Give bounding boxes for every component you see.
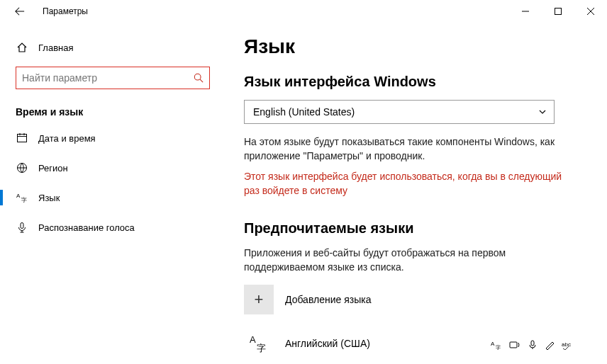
plus-icon: + xyxy=(244,285,274,314)
sidebar-item-label: Язык xyxy=(38,193,60,203)
display-language-description: На этом языке будут показываться такие к… xyxy=(244,135,570,163)
preferred-languages-description: Приложения и веб-сайты будут отображатьс… xyxy=(244,246,570,274)
svg-rect-12 xyxy=(531,341,534,346)
calendar-clock-icon xyxy=(16,132,28,144)
svg-text:字: 字 xyxy=(21,197,27,203)
close-button[interactable] xyxy=(574,0,607,23)
svg-text:A: A xyxy=(16,193,21,199)
sidebar-item-label: Дата и время xyxy=(38,133,96,144)
svg-text:A: A xyxy=(250,334,256,345)
add-language-label: Добавление языка xyxy=(285,294,372,305)
content-area: Язык Язык интерфейса Windows English (Un… xyxy=(227,23,607,364)
svg-text:abc: abc xyxy=(562,341,571,348)
arrow-left-icon xyxy=(15,6,25,16)
sidebar-item-language[interactable]: A字 Язык xyxy=(0,183,227,212)
dropdown-value: English (United States) xyxy=(253,106,355,118)
home-label: Главная xyxy=(38,42,73,53)
svg-rect-2 xyxy=(18,135,27,142)
language-item-label: Английский (США) xyxy=(285,338,370,349)
svg-text:字: 字 xyxy=(257,343,266,353)
sidebar-item-label: Регион xyxy=(38,163,68,174)
svg-text:字: 字 xyxy=(496,345,501,350)
sidebar-item-speech[interactable]: Распознавание голоса xyxy=(0,212,227,242)
back-button[interactable] xyxy=(10,1,30,21)
display-language-heading: Язык интерфейса Windows xyxy=(244,74,573,90)
language-feature-icons: A字 abc xyxy=(491,340,574,350)
feature-handwriting-icon xyxy=(545,340,555,350)
add-language-button[interactable]: + Добавление языка xyxy=(244,285,573,314)
globe-icon xyxy=(16,161,28,174)
sidebar: Главная Время и язык Дата и время Регион… xyxy=(0,23,227,364)
page-title: Язык xyxy=(244,35,573,58)
preferred-languages-heading: Предпочитаемые языки xyxy=(244,220,573,237)
display-language-warning: Этот язык интерфейса будет использоватьс… xyxy=(244,170,570,198)
feature-text-to-speech-icon xyxy=(509,340,520,350)
section-title: Время и язык xyxy=(0,95,227,123)
feature-display-icon: A字 xyxy=(491,340,502,350)
display-language-dropdown[interactable]: English (United States) xyxy=(244,100,555,124)
svg-point-1 xyxy=(194,74,201,80)
maximize-button[interactable] xyxy=(542,0,574,23)
home-icon xyxy=(16,41,28,54)
minimize-button[interactable] xyxy=(509,0,542,23)
feature-spellcheck-icon: abc xyxy=(562,340,574,350)
svg-text:A: A xyxy=(491,341,495,347)
microphone-icon xyxy=(16,221,28,234)
search-icon xyxy=(194,73,204,83)
svg-rect-6 xyxy=(21,223,23,229)
sidebar-item-date-time[interactable]: Дата и время xyxy=(0,123,227,153)
chevron-down-icon xyxy=(538,108,547,116)
search-box[interactable] xyxy=(16,67,210,89)
maximize-icon xyxy=(555,8,562,15)
language-icon: A字 xyxy=(16,191,28,204)
minimize-icon xyxy=(522,8,529,15)
svg-rect-11 xyxy=(510,342,517,348)
home-button[interactable]: Главная xyxy=(0,35,227,59)
close-icon xyxy=(587,8,594,15)
svg-rect-0 xyxy=(555,8,562,15)
search-input[interactable] xyxy=(22,72,194,84)
sidebar-item-label: Распознавание голоса xyxy=(38,222,135,233)
feature-speech-icon xyxy=(528,340,538,350)
language-glyph-icon: A字 xyxy=(244,329,274,358)
window-title: Параметры xyxy=(43,6,88,16)
titlebar: Параметры xyxy=(0,0,607,23)
sidebar-item-region[interactable]: Регион xyxy=(0,153,227,183)
